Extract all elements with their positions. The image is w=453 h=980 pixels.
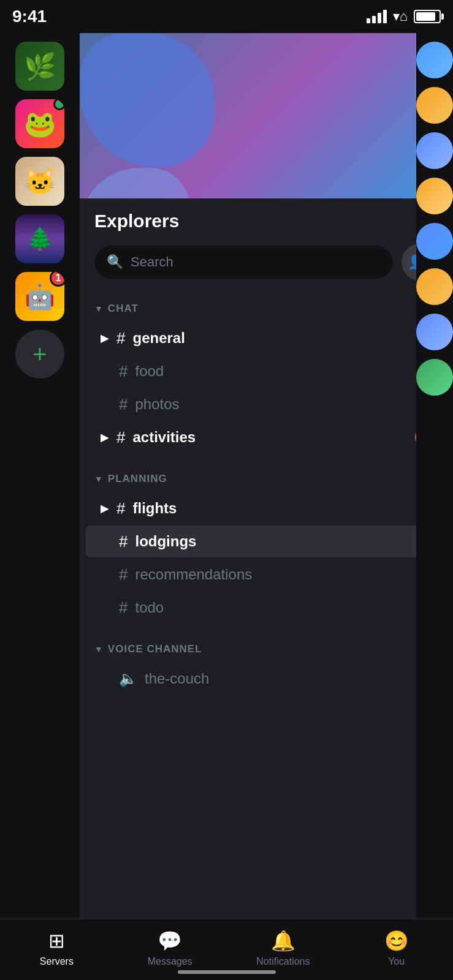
channel-photos-name: photos xyxy=(135,396,432,413)
banner-blob-1 xyxy=(80,33,215,168)
channel-list: ▼ CHAT ▶ # general # food # photos xyxy=(80,293,453,919)
nav-you-label: You xyxy=(388,956,405,967)
channel-photos[interactable]: # photos xyxy=(86,388,447,420)
channel-activities[interactable]: ▶ # activities 1 xyxy=(86,421,447,453)
nav-servers-label: Servers xyxy=(40,956,74,967)
channel-flights[interactable]: ▶ # flights xyxy=(86,492,447,524)
channel-lodgings[interactable]: # lodgings xyxy=(86,526,447,557)
thread-indicator-icon: ▶ xyxy=(101,431,109,444)
channel-activities-name: activities xyxy=(132,429,408,446)
server-icon-frog[interactable]: 🐸 xyxy=(15,99,64,148)
category-planning[interactable]: ▼ PLANNING xyxy=(80,463,453,491)
right-avatar-3 xyxy=(416,132,453,169)
nav-messages[interactable]: 💬 Messages xyxy=(113,929,227,967)
search-container: 🔍 Search 👤+ xyxy=(80,244,453,293)
notification-dot xyxy=(53,99,64,110)
channel-couch-name: the-couch xyxy=(145,670,432,687)
search-bar[interactable]: 🔍 Search xyxy=(94,246,393,279)
nav-notifications[interactable]: 🔔 Notifications xyxy=(227,929,340,967)
category-chat[interactable]: ▼ CHAT xyxy=(80,293,453,321)
right-avatar-8 xyxy=(416,359,453,396)
wifi-icon: ▾⌂ xyxy=(393,9,408,24)
right-avatar-7 xyxy=(416,314,453,350)
channel-general-name: general xyxy=(132,330,432,347)
server-name: Explorers xyxy=(94,211,179,232)
nav-servers[interactable]: ⊞ Servers xyxy=(0,929,113,967)
channel-todo-name: todo xyxy=(135,599,432,616)
channel-flights-name: flights xyxy=(132,500,432,517)
channel-panel: Explorers ••• 🔍 Search 👤+ ▼ CHAT ▶ # xyxy=(80,33,453,919)
app-layout: 🌿 🐸 🐱 🌲 1 🤖 + Explor xyxy=(0,33,453,919)
battery-icon xyxy=(414,10,441,23)
planning-chevron-icon: ▼ xyxy=(94,474,103,484)
channel-food-name: food xyxy=(135,363,432,380)
nav-notifications-label: Notifications xyxy=(256,956,310,967)
server-icon-cat[interactable]: 🐱 xyxy=(15,157,64,206)
home-indicator xyxy=(178,970,276,974)
right-avatar-5 xyxy=(416,223,453,260)
voice-chevron-icon: ▼ xyxy=(94,644,103,654)
add-server-button[interactable]: + xyxy=(15,330,64,379)
category-planning-label: PLANNING xyxy=(108,473,167,485)
channel-the-couch[interactable]: 🔈 the-couch xyxy=(86,663,447,695)
nav-you[interactable]: 😊 You xyxy=(340,929,453,967)
nav-messages-label: Messages xyxy=(148,956,192,967)
channel-hash-icon: # xyxy=(119,600,128,616)
status-icons: ▾⌂ xyxy=(367,9,441,24)
right-avatar-4 xyxy=(416,178,453,214)
server-sidebar: 🌿 🐸 🐱 🌲 1 🤖 + xyxy=(0,33,80,919)
you-icon: 😊 xyxy=(384,929,409,952)
status-bar: 9:41 ▾⌂ xyxy=(0,0,453,33)
servers-icon: ⊞ xyxy=(48,929,65,952)
signal-bars-icon xyxy=(367,10,387,23)
server-icon-sunset[interactable]: 🌲 xyxy=(15,214,64,263)
channel-hash-icon: # xyxy=(116,330,125,346)
speaker-icon: 🔈 xyxy=(119,670,137,687)
channel-todo[interactable]: # todo xyxy=(86,592,447,624)
server-icon-leaves[interactable]: 🌿 xyxy=(15,42,64,91)
search-placeholder: Search xyxy=(131,254,173,270)
plus-icon: + xyxy=(32,342,47,366)
server-icon-robot[interactable]: 1 🤖 xyxy=(15,272,64,321)
category-voice[interactable]: ▼ VOICE CHANNEL xyxy=(80,633,453,662)
chat-chevron-icon: ▼ xyxy=(94,304,103,314)
channel-recommendations[interactable]: # recommendations xyxy=(86,559,447,590)
channel-recommendations-name: recommendations xyxy=(135,566,432,583)
banner-blob-2 xyxy=(80,168,190,198)
search-icon: 🔍 xyxy=(107,254,123,270)
channel-hash-icon: # xyxy=(119,533,128,549)
channel-hash-icon: # xyxy=(119,363,128,379)
notifications-icon: 🔔 xyxy=(271,929,295,952)
right-edge-panel xyxy=(416,33,453,919)
channel-lodgings-name: lodgings xyxy=(135,533,432,550)
channel-food[interactable]: # food xyxy=(86,355,447,387)
thread-indicator-icon: ▶ xyxy=(101,502,109,515)
server-header: Explorers ••• xyxy=(80,198,453,244)
right-avatar-1 xyxy=(416,42,453,78)
channel-general[interactable]: ▶ # general xyxy=(86,322,447,354)
category-chat-label: CHAT xyxy=(108,303,139,315)
right-avatar-6 xyxy=(416,268,453,305)
thread-indicator-icon: ▶ xyxy=(101,331,109,345)
status-time: 9:41 xyxy=(12,7,47,26)
server-banner xyxy=(80,33,453,198)
channel-hash-icon: # xyxy=(119,567,128,582)
channel-hash-icon: # xyxy=(116,429,125,445)
channel-hash-icon: # xyxy=(116,500,125,516)
messages-icon: 💬 xyxy=(158,929,182,952)
right-avatar-2 xyxy=(416,87,453,124)
category-voice-label: VOICE CHANNEL xyxy=(108,643,202,655)
channel-hash-icon: # xyxy=(119,396,128,412)
